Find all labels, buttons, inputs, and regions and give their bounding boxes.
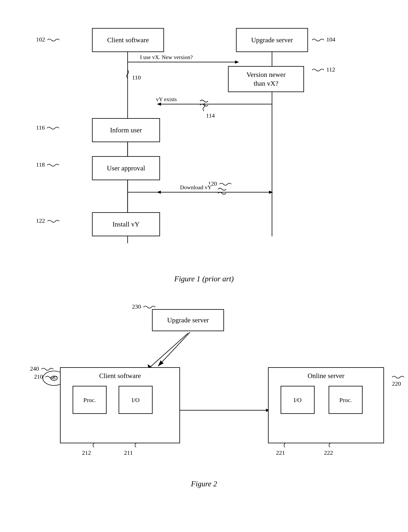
ref-114: 114 <box>206 112 215 119</box>
svg-marker-9 <box>269 191 273 194</box>
svg-marker-5 <box>157 103 161 106</box>
f2-proc-right-box: Proc. <box>329 386 363 414</box>
ref-212: 212 <box>82 449 91 456</box>
ref-102: 102 <box>36 36 60 43</box>
ref-240: 240 <box>30 365 53 372</box>
version-newer-label: Version newer than vX? <box>246 70 285 88</box>
upgrade-server-box: Upgrade server <box>236 28 308 52</box>
f2-online-server-box: Online server I/O Proc. <box>268 367 384 443</box>
vy-exists-label: vY exists <box>156 96 177 103</box>
upgrade-server-label: Upgrade server <box>251 36 293 44</box>
inform-user-label: Inform user <box>110 126 142 134</box>
client-software-label: Client software <box>107 36 149 44</box>
install-vy-box: Install vY <box>92 212 160 236</box>
user-approval-label: User approval <box>107 164 145 173</box>
inform-user-box: Inform user <box>92 118 160 142</box>
client-software-box: Client software <box>92 28 164 52</box>
download-vy-label: Download vY <box>180 184 212 191</box>
ref-116: 116 <box>36 124 59 131</box>
f2-io-left-label: I/O <box>132 396 140 404</box>
ref-104: 104 <box>312 36 335 43</box>
ref-112: 112 <box>312 66 335 73</box>
svg-marker-3 <box>235 61 239 64</box>
ref-220: 220 <box>392 373 405 387</box>
ref-118: 118 <box>36 161 59 168</box>
ref-210: 210 <box>34 373 57 380</box>
ref-122: 122 <box>36 217 60 224</box>
page: Client software Upgrade server Version n… <box>0 0 408 532</box>
install-vy-label: Install vY <box>112 220 139 229</box>
user-approval-box: User approval <box>92 156 160 180</box>
use-vx-label: I use vX. New version? <box>140 54 193 61</box>
svg-marker-8 <box>157 191 161 194</box>
f2-io-left-box: I/O <box>119 386 153 414</box>
version-newer-box: Version newer than vX? <box>228 66 304 92</box>
f2-io-right-label: I/O <box>294 396 302 404</box>
f2-proc-left-box: Proc. <box>73 386 107 414</box>
f2-proc-right-label: Proc. <box>340 396 352 404</box>
figure1-container: Client software Upgrade server Version n… <box>16 12 392 262</box>
ref-222: 222 <box>324 449 333 456</box>
figure1-caption: Figure 1 (prior art) <box>16 274 392 283</box>
f2-upgrade-server-label: Upgrade server <box>167 316 209 325</box>
f2-client-software-box: Client software Proc. I/O <box>60 367 180 443</box>
f2-upgrade-server-box: Upgrade server <box>152 309 224 331</box>
ref-230: 230 <box>132 303 155 310</box>
ref-110: 110 <box>132 74 141 81</box>
figure1-svg <box>16 12 392 262</box>
f2-proc-left-label: Proc. <box>83 396 96 404</box>
figure2-container: Upgrade server Client software Proc. <box>16 299 392 519</box>
ref-221: 221 <box>276 449 285 456</box>
ref-211: 211 <box>124 449 133 456</box>
f2-io-right-box: I/O <box>280 386 314 414</box>
svg-line-14 <box>150 333 188 367</box>
